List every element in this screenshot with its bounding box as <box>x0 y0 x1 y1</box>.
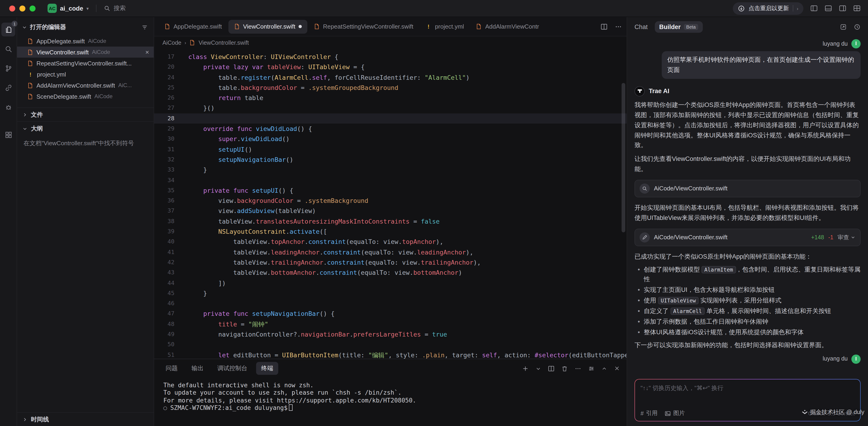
code-line[interactable]: 26 return table <box>154 93 627 103</box>
editor-tab[interactable]: RepeatSettingViewController.swift <box>308 20 419 33</box>
code-line[interactable]: 41 tableView.leadingAnchor.constraint(eq… <box>154 247 627 257</box>
code-line[interactable]: 44 ]) <box>154 278 627 288</box>
breadcrumb[interactable]: AiCode › ViewController.swift <box>154 36 627 49</box>
global-search-button[interactable]: 搜索 <box>104 4 126 12</box>
extensions-icon[interactable] <box>1 128 15 141</box>
open-editor-item[interactable]: SceneDelegate.swiftAiCode <box>17 91 154 102</box>
new-terminal-icon[interactable] <box>522 365 529 372</box>
open-in-editor-icon[interactable] <box>840 24 847 30</box>
terminal-dropdown-icon[interactable] <box>535 365 541 371</box>
split-editor-icon[interactable] <box>600 23 608 30</box>
restart-update-button[interactable]: 点击重启以更新 › <box>733 2 803 14</box>
tab-chat[interactable]: Chat <box>634 24 648 30</box>
code-line[interactable]: 49 navigationController?.navigationBar.p… <box>154 329 627 339</box>
filter-icon[interactable] <box>141 24 148 31</box>
code-text: table.backgroundColor = .systemGroupedBa… <box>175 83 398 93</box>
debug-icon[interactable] <box>1 100 15 114</box>
editor-tab[interactable]: ViewController.swift <box>228 20 307 33</box>
open-editors-header[interactable]: 打开的编辑器 <box>17 17 154 35</box>
code-line[interactable]: 24 table.register(AlarmCell.self, forCel… <box>154 72 627 83</box>
code-line[interactable]: 32 setupNavigationBar() <box>154 155 627 165</box>
breadcrumb-root[interactable]: AiCode <box>162 39 181 46</box>
code-line[interactable]: 35 private func setupUI() { <box>154 185 627 196</box>
breadcrumb-file[interactable]: ViewController.swift <box>199 39 249 46</box>
files-section-header[interactable]: 文件 <box>17 107 154 121</box>
panel-tab[interactable]: 调试控制台 <box>212 362 252 375</box>
chevron-right-icon[interactable]: › <box>797 6 798 11</box>
open-editor-item[interactable]: RepeatSettingViewController.swift... <box>17 58 154 69</box>
close-panel-icon[interactable] <box>614 365 620 371</box>
maximize-panel-icon[interactable] <box>601 365 607 371</box>
code-line[interactable]: 37 view.addSubview(tableView) <box>154 206 627 216</box>
panel-tab[interactable]: 终端 <box>256 362 278 375</box>
open-editor-item[interactable]: AppDelegate.swiftAiCode <box>17 35 154 46</box>
code-line[interactable]: 20 private lazy var tableView: UITableVi… <box>154 62 627 72</box>
reference-button[interactable]: #引用 <box>641 409 658 417</box>
file-reference-card[interactable]: AiCode/ViewController.swift <box>634 180 861 197</box>
code-line[interactable]: 29 override func viewDidLoad() { <box>154 124 627 134</box>
line-number: 46 <box>154 298 175 309</box>
panel-settings-icon[interactable] <box>588 365 595 372</box>
code-line[interactable]: 40 tableView.topAnchor.constraint(equalT… <box>154 237 627 247</box>
code-line[interactable]: 45 } <box>154 288 627 298</box>
project-switcher[interactable]: AC ai_code ▾ <box>48 4 89 13</box>
layout-customize-icon[interactable] <box>853 5 861 12</box>
token: activate <box>289 228 319 235</box>
open-editor-item[interactable]: AddAlarmViewController.swiftAiC... <box>17 80 154 91</box>
open-editor-item[interactable]: !project.yml <box>17 69 154 80</box>
code-line[interactable]: 34 <box>154 175 627 185</box>
code-line[interactable]: 50 <box>154 339 627 350</box>
code-line[interactable]: 33 } <box>154 165 627 175</box>
maximize-window-button[interactable] <box>30 5 35 11</box>
explorer-icon[interactable]: 1 <box>1 23 15 36</box>
close-icon[interactable]: × <box>145 49 149 55</box>
code-line[interactable]: 42 tableView.trailingAnchor.constraint(e… <box>154 257 627 268</box>
toggle-left-panel-icon[interactable] <box>810 5 818 12</box>
code-line[interactable]: 28 <box>154 113 627 124</box>
attach-image-button[interactable]: 图片 <box>664 409 685 417</box>
code-line[interactable]: 38 tableView.translatesAutoresizingMaskI… <box>154 216 627 227</box>
panel-tab[interactable]: 输出 <box>186 362 209 375</box>
code-line[interactable]: 25 table.backgroundColor = .systemGroupe… <box>154 83 627 93</box>
tab-builder[interactable]: Builder Beta <box>655 21 703 33</box>
editor-scrollbar[interactable] <box>622 83 625 232</box>
code-line[interactable]: 27 }() <box>154 103 627 113</box>
search-sidebar-icon[interactable] <box>1 42 15 56</box>
file-diff-card[interactable]: AiCode/ViewController.swift +148 -1 审查 <box>634 228 861 246</box>
editor-tab[interactable]: !project.yml <box>420 20 469 33</box>
code-line[interactable]: 43 tableView.bottomAnchor.constraint(equ… <box>154 267 627 278</box>
code-line[interactable]: 39 NSLayoutConstraint.activate([ <box>154 226 627 237</box>
review-button[interactable]: 审查 <box>838 233 856 242</box>
editor-tab[interactable]: AppDelegate.swift <box>159 20 227 33</box>
terminal-prompt[interactable]: ○SZMAC-W7CNWYF2:ai_code duluyang$ <box>163 404 627 412</box>
editor-tab[interactable]: AddAlarmViewContr <box>470 20 545 33</box>
toggle-right-panel-icon[interactable] <box>839 5 846 12</box>
code-line[interactable]: 48 title = "闹钟" <box>154 319 627 329</box>
open-editor-item[interactable]: ViewController.swiftAiCode× <box>17 46 154 58</box>
remote-link-icon[interactable] <box>1 81 15 95</box>
code-line[interactable]: 30 super.viewDidLoad() <box>154 134 627 144</box>
token: () <box>282 135 289 143</box>
code-line[interactable]: 51 let editButton = UIBarButtonItem(titl… <box>154 350 627 359</box>
warning-icon: ! <box>425 23 432 30</box>
terminal-output[interactable]: The default interactive shell is now zsh… <box>154 378 627 426</box>
code-line[interactable]: 46 <box>154 298 627 309</box>
code-line[interactable]: 36 view.backgroundColor = .systemBackgro… <box>154 195 627 206</box>
close-window-button[interactable] <box>9 5 15 11</box>
panel-more-icon[interactable] <box>575 365 582 372</box>
source-control-icon[interactable] <box>1 61 15 75</box>
kill-terminal-icon[interactable] <box>561 365 568 372</box>
timeline-section-header[interactable]: 时间线 <box>17 412 154 426</box>
split-terminal-icon[interactable] <box>548 365 555 372</box>
token: translatesAutoresizingMaskIntoConstraint… <box>256 218 410 225</box>
minimize-window-button[interactable] <box>20 5 25 11</box>
code-line[interactable]: 31 setupUI() <box>154 144 627 155</box>
history-icon[interactable] <box>854 24 861 30</box>
outline-section-header[interactable]: 大纲 <box>17 121 154 135</box>
code-line[interactable]: 17class ViewController: UIViewController… <box>154 52 627 62</box>
code-line[interactable]: 47 private func setupNavigationBar() { <box>154 309 627 319</box>
panel-tab[interactable]: 问题 <box>161 362 183 375</box>
toggle-bottom-panel-icon[interactable] <box>825 5 832 12</box>
more-actions-icon[interactable] <box>615 23 622 30</box>
code-editor[interactable]: 17class ViewController: UIViewController… <box>154 49 627 359</box>
